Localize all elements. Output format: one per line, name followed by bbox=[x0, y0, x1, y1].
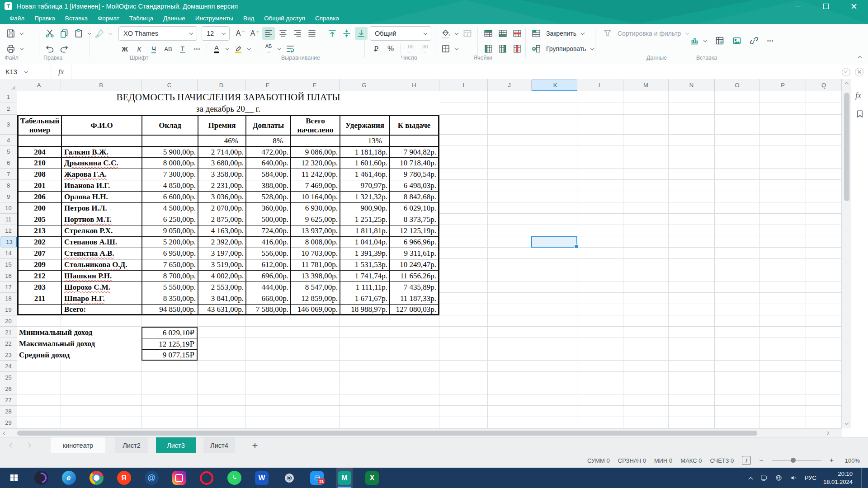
sheet-subtitle[interactable]: за декабрь 20__ г. bbox=[17, 103, 439, 115]
table-cell[interactable]: 8 373,75р. bbox=[389, 214, 439, 225]
table-cell[interactable]: 1 671,67р. bbox=[340, 293, 389, 304]
fill-color-dropdown[interactable] bbox=[454, 31, 459, 36]
strikethrough-button[interactable]: АВ bbox=[162, 42, 175, 55]
table-cell[interactable]: 11 781,00р. bbox=[290, 259, 340, 270]
row-header-17[interactable]: 17 bbox=[0, 282, 17, 293]
table-cell[interactable]: 1 531,53р. bbox=[340, 259, 389, 270]
cell-reference-box[interactable]: K13 bbox=[0, 65, 51, 79]
table-cell[interactable]: 10 703,00р. bbox=[290, 248, 340, 259]
maximize-button[interactable] bbox=[812, 0, 840, 12]
taskbar-app-myoffice-active[interactable]: М bbox=[336, 468, 353, 488]
collapse-toolbar-button[interactable] bbox=[857, 54, 863, 59]
sheet-tab-list2[interactable]: Лист2 bbox=[115, 437, 148, 453]
more-insert-button[interactable]: ••• bbox=[764, 34, 777, 47]
table-cell[interactable]: 7 650,00р. bbox=[142, 259, 198, 270]
table-cell[interactable]: Галкин В.Ж. bbox=[61, 146, 142, 157]
apply-formula-button[interactable] bbox=[842, 68, 850, 76]
horizontal-scrollbar[interactable] bbox=[0, 428, 842, 437]
taskbar-app-whatsapp[interactable] bbox=[226, 468, 242, 488]
decrease-font-button[interactable]: A− bbox=[234, 27, 247, 40]
table-cell[interactable]: 200 bbox=[17, 202, 61, 214]
menu-help[interactable]: Справка bbox=[310, 13, 344, 23]
column-header-K[interactable]: K bbox=[531, 79, 577, 91]
freeze-label[interactable]: Закрепить bbox=[546, 30, 576, 37]
table-cell[interactable]: Удержания bbox=[340, 115, 389, 135]
table-cell[interactable]: 43 631,00р. bbox=[198, 304, 245, 315]
increase-decimal-button[interactable]: .00→ bbox=[418, 42, 431, 55]
table-cell[interactable]: 4 850,00р. bbox=[142, 180, 198, 191]
tray-expand-icon[interactable] bbox=[748, 475, 753, 481]
table-cell[interactable]: 12 859,00р. bbox=[290, 293, 340, 304]
column-header-P[interactable]: P bbox=[760, 79, 806, 91]
summary-label[interactable]: Максимальный доход bbox=[17, 338, 142, 349]
menu-edit[interactable]: Правка bbox=[29, 13, 60, 23]
row-header-5[interactable]: 5 bbox=[0, 146, 17, 157]
table-cell[interactable]: 4 500,00р. bbox=[142, 202, 198, 214]
row-header-12[interactable]: 12 bbox=[0, 225, 17, 236]
zoom-slider[interactable] bbox=[772, 460, 821, 461]
table-cell[interactable]: 9 311,61р. bbox=[389, 248, 439, 259]
cut-button[interactable] bbox=[43, 27, 56, 40]
table-cell[interactable]: 4 002,00р. bbox=[198, 270, 245, 282]
column-header-N[interactable]: N bbox=[669, 79, 715, 91]
table-cell[interactable]: 5 900,00р. bbox=[142, 146, 198, 157]
font-size-select[interactable]: 12 bbox=[202, 26, 230, 41]
table-cell[interactable]: 6 029,10р. bbox=[389, 202, 439, 214]
table-cell[interactable]: 10 249,47р. bbox=[389, 259, 439, 270]
decrease-decimal-button[interactable]: .00← bbox=[404, 42, 416, 55]
bold-button[interactable]: Ж bbox=[118, 42, 131, 55]
table-cell[interactable]: Степктна А.В. bbox=[61, 248, 142, 259]
table-cell[interactable]: 212 bbox=[17, 270, 61, 282]
borders-dropdown[interactable] bbox=[454, 46, 459, 52]
insert-function-button[interactable]: fx bbox=[51, 65, 71, 79]
scroll-right-button[interactable] bbox=[824, 429, 833, 437]
scroll-down-button[interactable] bbox=[842, 419, 851, 428]
taskbar-app-word[interactable]: W bbox=[254, 468, 270, 488]
number-format-select[interactable]: Общий bbox=[370, 26, 431, 41]
table-cell[interactable]: 207 bbox=[17, 248, 61, 259]
start-button[interactable] bbox=[6, 470, 22, 486]
table-cell[interactable]: 13 937,00р. bbox=[290, 225, 340, 236]
row-header-22[interactable]: 22 bbox=[0, 338, 17, 349]
summary-value[interactable]: 12 125,19₽ bbox=[142, 338, 198, 349]
table-cell[interactable]: 2 714,00р. bbox=[198, 146, 245, 157]
table-cell[interactable]: 146 069,00р. bbox=[290, 304, 340, 315]
menu-file[interactable]: Файл bbox=[5, 13, 29, 23]
align-left-button[interactable] bbox=[262, 27, 275, 40]
table-cell[interactable]: 11 242,00р. bbox=[290, 169, 340, 180]
keyboard-language[interactable]: РУС bbox=[805, 474, 816, 481]
table-cell[interactable]: 6 950,00р. bbox=[142, 248, 198, 259]
font-color-dropdown[interactable] bbox=[225, 46, 230, 52]
table-cell[interactable]: 203 bbox=[17, 282, 61, 293]
taskbar-app-excel[interactable]: X bbox=[364, 468, 380, 488]
table-cell[interactable]: 724,00р. bbox=[245, 225, 290, 236]
table-cell[interactable]: 11 656,26р. bbox=[389, 270, 439, 282]
table-cell[interactable]: 201 bbox=[17, 180, 61, 191]
table-cell[interactable]: 4 163,00р. bbox=[198, 225, 245, 236]
network-icon[interactable] bbox=[775, 474, 783, 482]
table-cell[interactable]: Жарова Г.А. bbox=[61, 169, 142, 180]
sheet-tab-list3-active[interactable]: Лист3 bbox=[156, 437, 196, 453]
align-right-button[interactable] bbox=[291, 27, 304, 40]
insert-column-left-button[interactable] bbox=[482, 42, 495, 55]
table-cell[interactable]: 1 251,25р. bbox=[340, 214, 389, 225]
table-cell[interactable]: 208 bbox=[17, 169, 61, 180]
table-cell[interactable]: 7 469,00р. bbox=[290, 180, 340, 191]
table-cell[interactable]: Шпаро Н.Г. bbox=[61, 293, 142, 304]
align-center-button[interactable] bbox=[277, 27, 289, 40]
table-cell[interactable]: 1 461,46р. bbox=[340, 169, 389, 180]
summary-value[interactable]: 6 029,10₽ bbox=[142, 327, 198, 338]
table-cell[interactable]: 472,00р. bbox=[245, 146, 290, 157]
wrap-text-button[interactable] bbox=[284, 42, 297, 55]
vertical-scroll-thumb[interactable] bbox=[844, 93, 849, 201]
sheet-tab-list4[interactable]: Лист4 bbox=[203, 437, 235, 453]
align-bottom-button[interactable] bbox=[355, 27, 368, 40]
insert-link-button[interactable] bbox=[748, 34, 760, 47]
increase-font-button[interactable]: A+ bbox=[249, 27, 261, 40]
zoom-out-button[interactable]: − bbox=[759, 456, 763, 465]
justify-button[interactable] bbox=[306, 27, 318, 40]
font-color-button[interactable]: А bbox=[210, 42, 223, 55]
row-header-6[interactable]: 6 bbox=[0, 157, 17, 169]
table-cell[interactable]: 12 125,19р. bbox=[389, 225, 439, 236]
percent-format-button[interactable]: % bbox=[384, 42, 397, 55]
